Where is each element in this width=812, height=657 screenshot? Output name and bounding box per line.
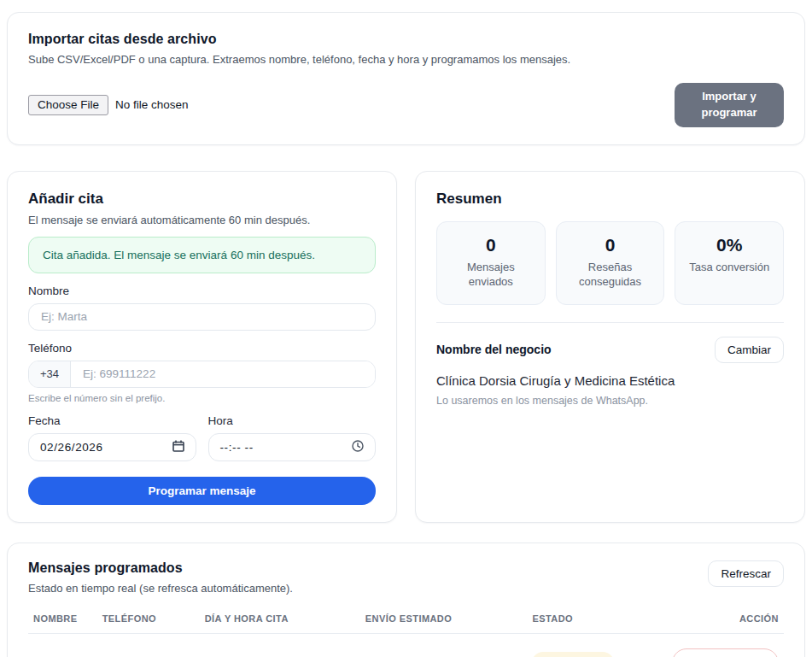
add-card-title: Añadir cita bbox=[28, 191, 376, 208]
date-label: Fecha bbox=[28, 414, 196, 427]
import-schedule-button[interactable]: Importar y programar bbox=[675, 83, 784, 127]
import-card: Importar citas desde archivo Sube CSV/Ex… bbox=[7, 12, 805, 145]
date-input[interactable]: 02/26/2026 bbox=[28, 433, 196, 461]
add-appointment-card: Añadir cita El mensaje se enviará automá… bbox=[7, 171, 397, 523]
file-input[interactable]: Choose File No file chosen bbox=[28, 95, 189, 115]
import-row: Choose File No file chosen Importar y pr… bbox=[28, 83, 784, 127]
date-value: 02/26/2026 bbox=[40, 441, 103, 454]
scheduled-messages-card: Mensajes programados Estado en tiempo re… bbox=[7, 543, 805, 657]
scheduled-header: Mensajes programados Estado en tiempo re… bbox=[28, 560, 784, 595]
cell-phone: +34699301819 bbox=[97, 633, 200, 657]
column-header-telefono: TELÉFONO bbox=[97, 605, 200, 634]
summary-title: Resumen bbox=[436, 191, 784, 208]
stats-grid: 0 Mensajes enviados 0 Reseñas conseguida… bbox=[436, 221, 784, 305]
time-value: --:-- -- bbox=[220, 441, 254, 454]
stat-reviews: 0 Reseñas conseguidas bbox=[556, 221, 665, 305]
date-field: Fecha 02/26/2026 bbox=[28, 403, 196, 461]
business-name-note: Lo usaremos en los mensajes de WhatsApp. bbox=[436, 395, 784, 407]
scheduled-messages-table: NOMBRE TELÉFONO DÍA Y HORA CITA ENVÍO ES… bbox=[28, 605, 784, 657]
column-header-nombre: NOMBRE bbox=[28, 605, 97, 634]
middle-row: Añadir cita El mensaje se enviará automá… bbox=[7, 171, 805, 523]
stat-label: Mensajes enviados bbox=[444, 260, 538, 290]
schedule-message-button[interactable]: Programar mensaje bbox=[28, 477, 376, 505]
file-chosen-status: No file chosen bbox=[115, 98, 189, 111]
status-badge: Programado bbox=[532, 652, 614, 657]
table-header-row: NOMBRE TELÉFONO DÍA Y HORA CITA ENVÍO ES… bbox=[28, 605, 784, 634]
summary-divider bbox=[436, 322, 784, 323]
stat-value: 0% bbox=[682, 235, 776, 255]
stat-label: Reseñas conseguidas bbox=[564, 260, 657, 290]
column-header-estado: ESTADO bbox=[527, 605, 667, 634]
summary-card: Resumen 0 Mensajes enviados 0 Reseñas co… bbox=[415, 171, 805, 523]
cell-action: Cancelar envío bbox=[667, 633, 784, 657]
name-input[interactable] bbox=[28, 303, 376, 331]
cancel-send-button[interactable]: Cancelar envío bbox=[672, 648, 779, 657]
cell-appointment-datetime: 2/26/2026, 1:24:00 PM bbox=[200, 633, 360, 657]
cell-status: Programado bbox=[527, 633, 667, 657]
scheduled-subtitle: Estado en tiempo real (se refresca autom… bbox=[28, 582, 293, 595]
scheduled-title: Mensajes programados bbox=[28, 560, 293, 576]
phone-field-group: +34 bbox=[28, 361, 376, 388]
calendar-icon[interactable] bbox=[172, 440, 184, 455]
phone-help-text: Escribe el número sin el prefijo. bbox=[28, 393, 376, 403]
phone-prefix: +34 bbox=[29, 361, 71, 387]
business-name-label: Nombre del negocio bbox=[436, 343, 552, 356]
add-card-subtitle: El mensaje se enviará automáticamente 60… bbox=[28, 214, 376, 226]
import-card-description: Sube CSV/Excel/PDF o una captura. Extrae… bbox=[28, 53, 784, 66]
column-header-dia-hora-cita: DÍA Y HORA CITA bbox=[200, 605, 360, 634]
time-field: Hora --:-- -- bbox=[208, 403, 377, 461]
stat-value: 0 bbox=[444, 235, 538, 255]
stat-conversion-rate: 0% Tasa conversión bbox=[675, 221, 784, 305]
phone-label: Teléfono bbox=[28, 342, 376, 355]
time-label: Hora bbox=[208, 414, 377, 427]
stat-value: 0 bbox=[564, 235, 657, 255]
date-time-row: Fecha 02/26/2026 Hora - bbox=[28, 403, 376, 461]
column-header-accion: ACCIÓN bbox=[667, 605, 784, 634]
refresh-button[interactable]: Refrescar bbox=[708, 560, 784, 587]
column-header-envio-estimado: ENVÍO ESTIMADO bbox=[360, 605, 528, 634]
cell-send-estimate: 2/26/2026, 2:24:00 PM bbox=[360, 633, 528, 657]
time-input[interactable]: --:-- -- bbox=[208, 433, 377, 461]
change-business-button[interactable]: Cambiar bbox=[715, 337, 784, 363]
phone-input[interactable] bbox=[71, 361, 375, 387]
import-card-title: Importar citas desde archivo bbox=[28, 32, 784, 47]
business-name-header: Nombre del negocio Cambiar bbox=[436, 337, 784, 363]
business-name-value: Clínica Dorsia Cirugía y Medicina Estéti… bbox=[436, 373, 784, 388]
success-alert: Cita añadida. El mensaje se enviará 60 m… bbox=[28, 237, 376, 273]
name-label: Nombre bbox=[28, 285, 376, 297]
stat-label: Tasa conversión bbox=[682, 260, 776, 275]
table-row: Eduardo +34699301819 2/26/2026, 1:24:00 … bbox=[28, 633, 784, 657]
scheduled-header-text: Mensajes programados Estado en tiempo re… bbox=[28, 560, 293, 595]
stat-messages-sent: 0 Mensajes enviados bbox=[436, 221, 546, 305]
choose-file-button[interactable]: Choose File bbox=[28, 95, 108, 115]
cell-name: Eduardo bbox=[28, 633, 97, 657]
clock-icon[interactable] bbox=[352, 440, 364, 455]
